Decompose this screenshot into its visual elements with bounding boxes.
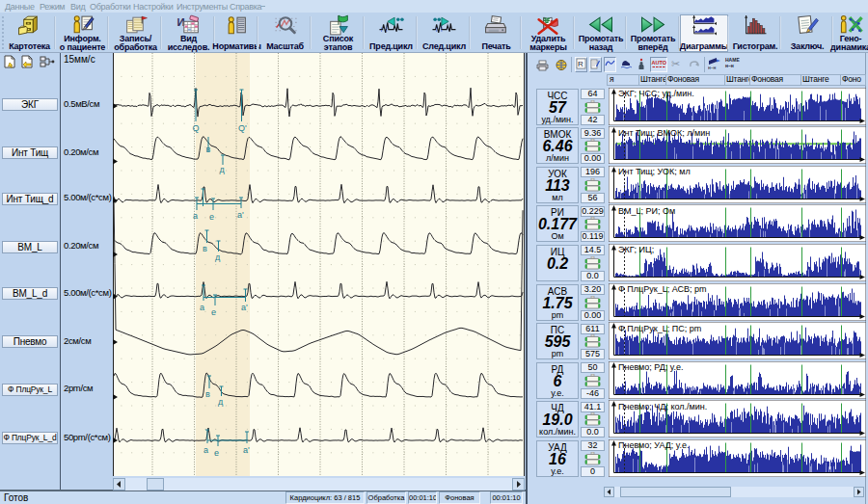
svg-text:а: а <box>193 211 198 221</box>
svg-text:е: е <box>209 212 214 222</box>
svg-text:в: в <box>203 244 207 253</box>
svg-text:Q': Q' <box>238 123 247 133</box>
svg-text:в: в <box>206 145 211 154</box>
svg-text:а: а <box>200 303 204 312</box>
svg-text:е: е <box>211 307 216 317</box>
svg-text:AUTO: AUTO <box>652 60 667 66</box>
svg-text:н–н: н–н <box>708 65 717 70</box>
svg-text:д: д <box>218 397 224 407</box>
svg-text:а': а' <box>241 303 248 312</box>
svg-text:д: д <box>215 252 221 262</box>
svg-text:Q: Q <box>193 123 200 133</box>
svg-text:R: R <box>578 60 583 68</box>
svg-text:е: е <box>214 448 219 458</box>
svg-text:а: а <box>203 445 208 455</box>
svg-text:в: в <box>205 389 210 399</box>
svg-text:д: д <box>220 165 226 174</box>
svg-text:а': а' <box>237 210 244 220</box>
svg-text:а': а' <box>243 445 250 455</box>
